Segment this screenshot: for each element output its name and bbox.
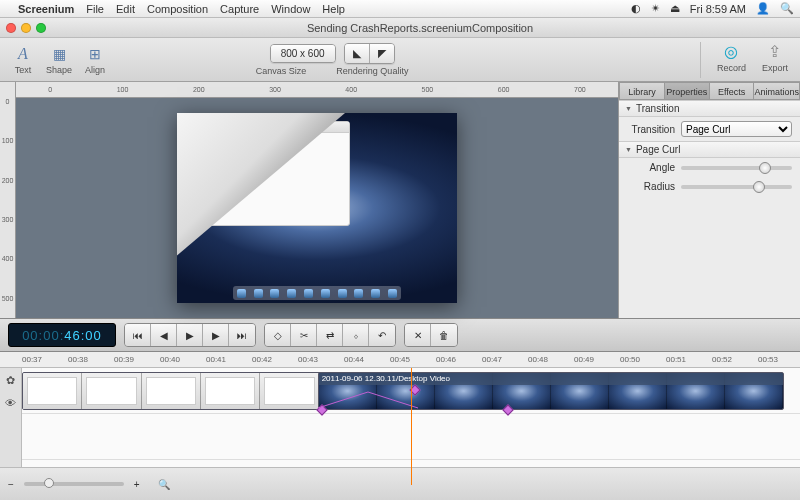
timecode-display[interactable]: 00:00:46:00 — [8, 323, 116, 347]
main-area: 0 100 200 300 400 500 0 100 200 300 400 … — [0, 82, 800, 318]
record-icon: ◎ — [720, 42, 742, 62]
play-button[interactable]: ▶ — [177, 324, 203, 346]
record-button[interactable]: ◎ Record — [713, 42, 750, 78]
shape-tool[interactable]: ▦ Shape — [42, 44, 76, 75]
menu-composition[interactable]: Composition — [147, 3, 208, 15]
minimize-button[interactable] — [21, 23, 31, 33]
footer-bar: − + 🔍 — [0, 468, 800, 500]
status-icon[interactable]: ◐ — [631, 2, 641, 15]
timeline[interactable]: ✿ 👁 2011-09-06 12.13.16/Desktop Video 20… — [0, 368, 800, 468]
inspector-tabs: Library Properties Effects Animations — [619, 82, 800, 100]
inspector-panel: Library Properties Effects Animations Tr… — [618, 82, 800, 318]
quality-low-icon[interactable]: ◣ — [345, 44, 370, 63]
export-label: Export — [762, 63, 788, 73]
visibility-icon[interactable]: 👁 — [5, 397, 16, 409]
menubar: Screenium File Edit Composition Capture … — [0, 0, 800, 18]
marker-button[interactable]: ◇ — [265, 324, 291, 346]
record-label: Record — [717, 63, 746, 73]
toolbar-divider — [700, 42, 701, 78]
go-start-button[interactable]: ⏮ — [125, 324, 151, 346]
transport-bar: 00:00:46:00 ⏮ ◀ ▶ ▶ ⏭ ◇ ✂ ⇄ ⬨ ↶ ✕ 🗑 — [0, 318, 800, 352]
export-icon: ⇪ — [764, 42, 786, 62]
canvas[interactable] — [16, 98, 618, 318]
canvas-size-field[interactable]: 800 x 600 — [270, 44, 336, 63]
clip-b-label: 2011-09-06 12.30.11/Desktop Video — [319, 373, 784, 385]
align-icon: ⊞ — [84, 44, 106, 64]
vertical-ruler: 0 100 200 300 400 500 — [0, 82, 16, 318]
status-icon[interactable]: ⏏ — [670, 2, 680, 15]
radius-slider[interactable] — [681, 185, 792, 189]
status-icon[interactable]: ✴ — [651, 2, 660, 15]
rendering-quality-segment[interactable]: ◣ ◤ — [344, 43, 395, 64]
edit-controls: ✕ 🗑 — [404, 323, 458, 347]
angle-slider[interactable] — [681, 166, 792, 170]
canvas-size-label: Canvas Size — [256, 66, 307, 76]
playback-controls: ⏮ ◀ ▶ ▶ ⏭ — [124, 323, 256, 347]
step-back-button[interactable]: ◀ — [151, 324, 177, 346]
angle-label: Angle — [627, 162, 675, 173]
canvas-size-value: 800 x 600 — [271, 45, 335, 62]
text-tool[interactable]: A Text — [8, 44, 38, 75]
menubar-clock[interactable]: Fri 8:59 AM — [690, 3, 746, 15]
shape-icon: ▦ — [48, 44, 70, 64]
split-button[interactable]: ✂ — [291, 324, 317, 346]
text-icon: A — [12, 44, 34, 64]
tab-effects[interactable]: Effects — [710, 82, 755, 100]
tab-animations[interactable]: Animations — [754, 82, 800, 100]
toolbar: A Text ▦ Shape ⊞ Align 800 x 600 ◣ ◤ Can… — [0, 38, 800, 82]
shape-tool-label: Shape — [46, 65, 72, 75]
close-button[interactable] — [6, 23, 16, 33]
menu-file[interactable]: File — [86, 3, 104, 15]
menu-window[interactable]: Window — [271, 3, 310, 15]
rendering-quality-label: Rendering Quality — [336, 66, 408, 76]
app-menu[interactable]: Screenium — [18, 3, 74, 15]
section-transition[interactable]: Transition — [619, 100, 800, 117]
radius-label: Radius — [627, 181, 675, 192]
marker-controls: ◇ ✂ ⇄ ⬨ ↶ — [264, 323, 396, 347]
user-icon[interactable]: 👤 — [756, 2, 770, 15]
cut-button[interactable]: ✕ — [405, 324, 431, 346]
window-title: Sending CrashReports.screeniumCompositio… — [307, 22, 533, 34]
transition-select[interactable]: Page Curl — [681, 121, 792, 137]
text-tool-label: Text — [15, 65, 32, 75]
export-button[interactable]: ⇪ Export — [758, 42, 792, 78]
spotlight-icon[interactable]: 🔍 — [780, 2, 794, 15]
menu-edit[interactable]: Edit — [116, 3, 135, 15]
window-titlebar: Sending CrashReports.screeniumCompositio… — [0, 18, 800, 38]
go-end-button[interactable]: ⏭ — [229, 324, 255, 346]
zoom-button[interactable] — [36, 23, 46, 33]
search-icon[interactable]: 🔍 — [158, 479, 170, 490]
tab-library[interactable]: Library — [619, 82, 665, 100]
section-pagecurl[interactable]: Page Curl — [619, 141, 800, 158]
align-tool-label: Align — [85, 65, 105, 75]
menu-help[interactable]: Help — [322, 3, 345, 15]
track-header: ✿ 👁 — [0, 368, 22, 467]
keyframe-button[interactable]: ⬨ — [343, 324, 369, 346]
undo-button[interactable]: ↶ — [369, 324, 395, 346]
zoom-slider[interactable] — [24, 482, 124, 486]
menu-capture[interactable]: Capture — [220, 3, 259, 15]
traffic-lights — [6, 23, 46, 33]
zoom-in-icon[interactable]: + — [134, 479, 140, 490]
align-tool[interactable]: ⊞ Align — [80, 44, 110, 75]
horizontal-ruler: 0 100 200 300 400 500 600 700 — [16, 82, 618, 98]
clip-b[interactable]: 2011-09-06 12.30.11/Desktop Video — [318, 372, 785, 410]
delete-button[interactable]: 🗑 — [431, 324, 457, 346]
time-ruler[interactable]: 00:37 00:38 00:39 00:40 00:41 00:42 00:4… — [0, 352, 800, 368]
playhead[interactable] — [411, 368, 412, 485]
quality-high-icon[interactable]: ◤ — [370, 44, 394, 63]
link-button[interactable]: ⇄ — [317, 324, 343, 346]
tab-properties[interactable]: Properties — [665, 82, 710, 100]
zoom-out-icon[interactable]: − — [8, 479, 14, 490]
step-forward-button[interactable]: ▶ — [203, 324, 229, 346]
preview-frame[interactable] — [177, 113, 457, 303]
transition-label: Transition — [627, 124, 675, 135]
settings-icon[interactable]: ✿ — [6, 374, 15, 387]
